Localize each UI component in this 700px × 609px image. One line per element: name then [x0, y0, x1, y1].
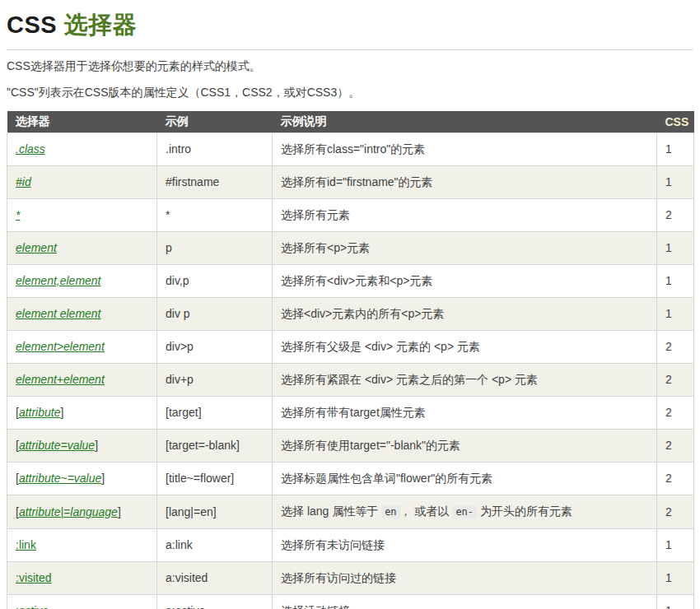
intro-paragraph-1: CSS选择器用于选择你想要的元素的样式的模式。	[7, 58, 693, 74]
example-cell: *	[157, 199, 273, 232]
description-cell: 选择所有class="intro"的元素	[273, 133, 657, 166]
inline-code: en-	[452, 505, 477, 518]
selector-cell: :link	[7, 529, 157, 562]
page-title-prefix: CSS	[7, 12, 64, 38]
description-cell: 选择所有紧跟在 <div> 元素之后的第一个 <p> 元素	[273, 364, 657, 397]
css-version-cell: 1	[657, 232, 694, 265]
selector-link[interactable]: attribute=value	[19, 439, 95, 452]
selector-link[interactable]: :link	[16, 538, 36, 551]
selector-table-body: .class.intro选择所有class="intro"的元素1#id#fir…	[7, 133, 694, 609]
selector-cell: [attribute=value]	[7, 430, 157, 463]
table-row: :visiteda:visited选择所有访问过的链接1	[7, 562, 694, 595]
selector-bracket-close: ]	[101, 472, 105, 485]
table-row: element+elementdiv+p选择所有紧跟在 <div> 元素之后的第…	[7, 364, 694, 397]
example-cell: [target]	[157, 397, 273, 430]
page: CSS 选择器 CSS选择器用于选择你想要的元素的样式的模式。 "CSS"列表示…	[0, 9, 700, 609]
inline-code: en	[381, 505, 399, 518]
column-header-description: 示例说明	[273, 111, 657, 133]
selector-link[interactable]: attribute~=value	[19, 472, 101, 485]
description-cell: 选择<div>元素内的所有<p>元素	[273, 298, 657, 331]
selector-cell: element element	[7, 298, 157, 331]
example-cell: [title~=flower]	[157, 463, 273, 495]
table-row: **选择所有元素2	[7, 199, 694, 232]
css-version-cell: 1	[657, 265, 694, 298]
selector-bracket-close: ]	[60, 406, 63, 419]
example-cell: #firstname	[157, 166, 273, 199]
column-header-css-version: CSS	[657, 111, 694, 133]
description-cell: 选择所有id="firstname"的元素	[273, 166, 657, 199]
css-version-cell: 1	[657, 529, 694, 562]
example-cell: .intro	[157, 133, 273, 166]
description-cell: 选择所有父级是 <div> 元素的 <p> 元素	[273, 331, 657, 364]
css-version-cell: 2	[657, 199, 694, 232]
css-version-cell: 2	[657, 495, 694, 529]
selector-link[interactable]: element element	[16, 307, 101, 320]
intro-paragraph-2: "CSS"列表示在CSS版本的属性定义（CSS1，CSS2，或对CSS3）。	[7, 85, 693, 100]
table-row: :activea:active选择活动链接1	[7, 595, 694, 609]
css-version-cell: 1	[657, 562, 694, 595]
css-version-cell: 1	[657, 166, 694, 199]
css-selector-reference-table: 选择器 示例 示例说明 CSS .class.intro选择所有class="i…	[7, 111, 694, 609]
table-row: element>elementdiv>p选择所有父级是 <div> 元素的 <p…	[7, 331, 694, 364]
css-version-cell: 1	[657, 595, 694, 609]
table-row: [attribute~=value][title~=flower]选择标题属性包…	[7, 463, 694, 495]
selector-link[interactable]: *	[16, 208, 20, 221]
selector-cell: element,element	[7, 265, 157, 298]
description-cell: 选择所有带有target属性元素	[273, 397, 657, 430]
selector-link[interactable]: element>element	[16, 340, 105, 353]
table-row: [attribute|=language][lang|=en]选择 lang 属…	[7, 495, 694, 529]
css-version-cell: 2	[657, 397, 694, 430]
description-cell: 选择活动链接	[273, 595, 657, 609]
selector-cell: *	[7, 199, 157, 232]
table-row: [attribute][target]选择所有带有target属性元素2	[7, 397, 694, 430]
selector-cell: :visited	[7, 562, 157, 595]
table-row: element,elementdiv,p选择所有<div>元素和<p>元素1	[7, 265, 694, 298]
description-cell: 选择所有未访问链接	[273, 529, 657, 562]
example-cell: div+p	[157, 364, 273, 397]
table-row: [attribute=value][target=-blank]选择所有使用ta…	[7, 430, 694, 463]
css-version-cell: 1	[657, 133, 694, 166]
description-cell: 选择所有<div>元素和<p>元素	[273, 265, 657, 298]
page-title-accent: 选择器	[64, 12, 138, 38]
selector-link[interactable]: .class	[16, 142, 45, 156]
table-header: 选择器 示例 示例说明 CSS	[7, 111, 694, 133]
selector-cell: element+element	[7, 364, 157, 397]
example-cell: [target=-blank]	[157, 430, 273, 463]
selector-link[interactable]: :active	[16, 604, 49, 609]
selector-link[interactable]: attribute|=language	[19, 505, 118, 518]
example-cell: a:visited	[157, 562, 273, 595]
selector-link[interactable]: #id	[16, 175, 31, 188]
example-cell: div>p	[157, 331, 273, 364]
title-divider	[7, 49, 693, 50]
description-cell: 选择所有使用target="-blank"的元素	[273, 430, 657, 463]
description-cell: 选择所有<p>元素	[273, 232, 657, 265]
css-version-cell: 2	[657, 364, 694, 397]
table-row: element elementdiv p选择<div>元素内的所有<p>元素1	[7, 298, 694, 331]
selector-link[interactable]: attribute	[19, 406, 61, 419]
table-row: :linka:link选择所有未访问链接1	[7, 529, 694, 562]
selector-cell: .class	[7, 133, 157, 166]
selector-bracket-close: ]	[118, 505, 121, 518]
page-title: CSS 选择器	[7, 9, 693, 42]
css-version-cell: 2	[657, 463, 694, 495]
selector-cell: element>element	[7, 331, 157, 364]
column-header-selector: 选择器	[7, 111, 157, 133]
example-cell: [lang|=en]	[157, 495, 273, 529]
selector-bracket-close: ]	[95, 439, 98, 452]
css-version-cell: 1	[657, 298, 694, 331]
css-version-cell: 2	[657, 430, 694, 463]
table-row: elementp选择所有<p>元素1	[7, 232, 694, 265]
description-cell: 选择 lang 属性等于 en， 或者以 en- 为开头的所有元素	[273, 495, 657, 529]
table-row: .class.intro选择所有class="intro"的元素1	[7, 133, 694, 166]
description-cell: 选择所有元素	[273, 199, 657, 232]
css-version-cell: 2	[657, 331, 694, 364]
example-cell: a:active	[157, 595, 273, 609]
selector-link[interactable]: :visited	[16, 571, 52, 584]
selector-link[interactable]: element	[16, 241, 57, 254]
selector-cell: [attribute~=value]	[7, 463, 157, 495]
selector-link[interactable]: element,element	[16, 274, 101, 287]
table-row: #id#firstname选择所有id="firstname"的元素1	[7, 166, 694, 199]
example-cell: div p	[157, 298, 273, 331]
description-cell: 选择所有访问过的链接	[273, 562, 657, 595]
selector-link[interactable]: element+element	[16, 373, 105, 386]
